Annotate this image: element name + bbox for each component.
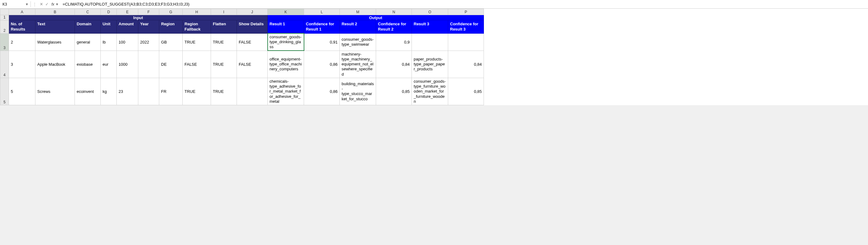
- cell-K5[interactable]: chemicals-type_adhesive_for_metal_market…: [268, 78, 304, 105]
- col-header-F[interactable]: F: [138, 9, 159, 15]
- cell-P5[interactable]: 0,85: [448, 78, 484, 105]
- cell-O5[interactable]: consumer_goods-type_furniture_wooden_mar…: [412, 78, 448, 105]
- cell-O3[interactable]: [412, 33, 448, 51]
- formula-input[interactable]: [60, 1, 868, 7]
- col-header-P[interactable]: P: [448, 9, 484, 15]
- input-banner[interactable]: Input: [9, 15, 268, 20]
- cell-C5[interactable]: ecoinvent: [75, 78, 101, 105]
- cell-H5[interactable]: TRUE: [183, 78, 211, 105]
- cell-G4[interactable]: DE: [159, 51, 183, 78]
- chevron-down-icon[interactable]: ▾: [26, 2, 28, 6]
- header-result-1[interactable]: Result 1: [268, 20, 304, 34]
- cell-L4[interactable]: 0,86: [304, 51, 340, 78]
- cell-M4[interactable]: machinery-type_machinery_equipment_not_e…: [340, 51, 376, 78]
- cell-E3[interactable]: 100: [117, 33, 138, 51]
- header-confidence-3[interactable]: Confidence for Result 3: [448, 20, 484, 34]
- col-header-M[interactable]: M: [340, 9, 376, 15]
- cell-B3[interactable]: Waterglasses: [35, 33, 75, 51]
- cell-K4[interactable]: office_equipment-type_office_machinery_c…: [268, 51, 304, 78]
- col-header-I[interactable]: I: [211, 9, 237, 15]
- cell-A5[interactable]: 5: [9, 78, 35, 105]
- header-region[interactable]: Region: [159, 20, 183, 34]
- cell-I5[interactable]: TRUE: [211, 78, 237, 105]
- header-result-2[interactable]: Result 2: [340, 20, 376, 34]
- cell-N5[interactable]: 0,85: [376, 78, 412, 105]
- col-header-A[interactable]: A: [9, 9, 35, 15]
- row-4: 4 3 Apple MacBook exiobase eur 1000 DE F…: [0, 51, 484, 78]
- cell-N3[interactable]: 0,9: [376, 33, 412, 51]
- chevron-down-icon[interactable]: ▾: [56, 2, 60, 6]
- cell-D5[interactable]: kg: [101, 78, 117, 105]
- header-flatten[interactable]: Flatten: [211, 20, 237, 34]
- row-header-5[interactable]: 5: [0, 78, 9, 105]
- col-header-K[interactable]: K: [268, 9, 304, 15]
- col-header-E[interactable]: E: [117, 9, 138, 15]
- cell-M3[interactable]: consumer_goods-type_swimwear: [340, 33, 376, 51]
- cell-E4[interactable]: 1000: [117, 51, 138, 78]
- cell-F4[interactable]: [138, 51, 159, 78]
- cell-H4[interactable]: FALSE: [183, 51, 211, 78]
- confirm-icon[interactable]: ✓: [44, 2, 50, 6]
- separator: ⋮: [31, 2, 38, 6]
- cell-P3[interactable]: [448, 33, 484, 51]
- row-1: 1 Input Output: [0, 15, 484, 20]
- cell-C4[interactable]: exiobase: [75, 51, 101, 78]
- output-banner[interactable]: Output: [268, 15, 484, 20]
- col-header-J[interactable]: J: [237, 9, 268, 15]
- cell-D4[interactable]: eur: [101, 51, 117, 78]
- cell-J4[interactable]: FALSE: [237, 51, 268, 78]
- cell-A4[interactable]: 3: [9, 51, 35, 78]
- header-results-count[interactable]: No. of Results: [9, 20, 35, 34]
- cell-J3[interactable]: FALSE: [237, 33, 268, 51]
- col-header-D[interactable]: D: [101, 9, 117, 15]
- cell-O4[interactable]: paper_products-type_paper_paper_products: [412, 51, 448, 78]
- cell-N4[interactable]: 0,84: [376, 51, 412, 78]
- col-header-G[interactable]: G: [159, 9, 183, 15]
- header-unit[interactable]: Unit: [101, 20, 117, 34]
- header-confidence-2[interactable]: Confidence for Result 2: [376, 20, 412, 34]
- col-header-C[interactable]: C: [75, 9, 101, 15]
- row-header-3[interactable]: 3: [0, 33, 9, 51]
- cell-L3[interactable]: 0,91: [304, 33, 340, 51]
- row-header-1[interactable]: 1: [0, 15, 9, 20]
- cell-B4[interactable]: Apple MacBook: [35, 51, 75, 78]
- cell-I3[interactable]: TRUE: [211, 33, 237, 51]
- cell-C3[interactable]: general: [75, 33, 101, 51]
- cell-G3[interactable]: GB: [159, 33, 183, 51]
- header-show-details[interactable]: Show Details: [237, 20, 268, 34]
- cell-H3[interactable]: TRUE: [183, 33, 211, 51]
- spreadsheet-grid[interactable]: A B C D E F G H I J K L M N O P 1 Input …: [0, 9, 868, 105]
- header-region-fallback[interactable]: Region Fallback: [183, 20, 211, 34]
- cell-F5[interactable]: [138, 78, 159, 105]
- cell-M5[interactable]: building_materials-type_stucco_market_fo…: [340, 78, 376, 105]
- col-header-H[interactable]: H: [183, 9, 211, 15]
- cell-L5[interactable]: 0,86: [304, 78, 340, 105]
- cell-K3[interactable]: consumer_goods-type_drinking_glass: [268, 33, 304, 51]
- row-header-4[interactable]: 4: [0, 51, 9, 78]
- header-amount[interactable]: Amount: [117, 20, 138, 34]
- header-text[interactable]: Text: [35, 20, 75, 34]
- row-header-2[interactable]: 2: [0, 20, 9, 34]
- cell-J5[interactable]: [237, 78, 268, 105]
- col-header-O[interactable]: O: [412, 9, 448, 15]
- cell-F3[interactable]: 2022: [138, 33, 159, 51]
- col-header-B[interactable]: B: [35, 9, 75, 15]
- header-domain[interactable]: Domain: [75, 20, 101, 34]
- cell-A3[interactable]: 2: [9, 33, 35, 51]
- cell-E5[interactable]: 23: [117, 78, 138, 105]
- cell-G5[interactable]: FR: [159, 78, 183, 105]
- select-all-corner[interactable]: [0, 9, 9, 15]
- cell-I4[interactable]: TRUE: [211, 51, 237, 78]
- cell-P4[interactable]: 0,84: [448, 51, 484, 78]
- cancel-icon[interactable]: ✕: [38, 2, 44, 6]
- cell-D3[interactable]: lb: [101, 33, 117, 51]
- name-box[interactable]: ▾: [0, 1, 31, 7]
- cell-B5[interactable]: Screws: [35, 78, 75, 105]
- fx-label[interactable]: fx: [50, 2, 56, 6]
- col-header-N[interactable]: N: [376, 9, 412, 15]
- header-year[interactable]: Year: [138, 20, 159, 34]
- header-confidence-1[interactable]: Confidence for Result 1: [304, 20, 340, 34]
- cell-reference-input[interactable]: [2, 2, 24, 6]
- header-result-3[interactable]: Result 3: [412, 20, 448, 34]
- col-header-L[interactable]: L: [304, 9, 340, 15]
